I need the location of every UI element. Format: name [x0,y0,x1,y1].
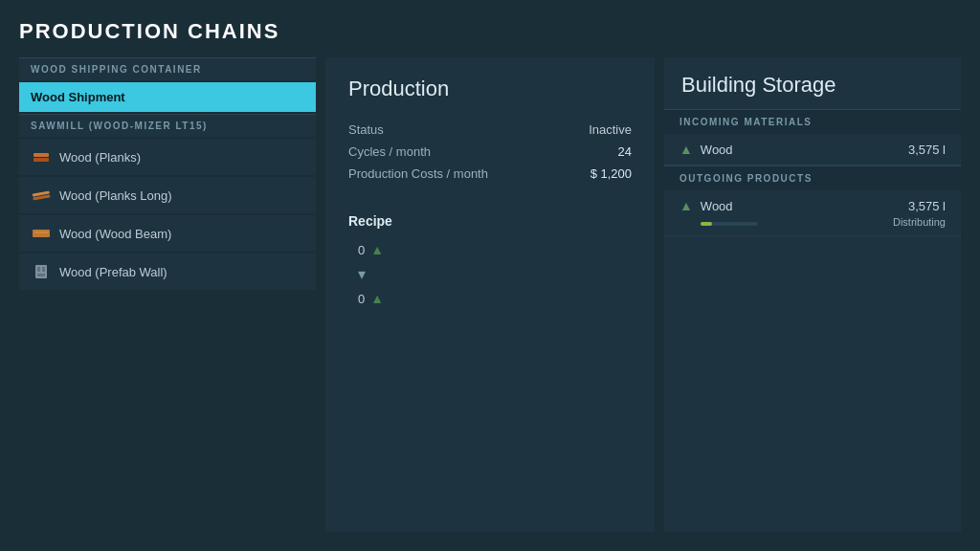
outgoing-wood-status: Distributing [893,216,946,228]
incoming-wood-item: ▲ Wood 3,575 l [664,134,961,165]
recipe-arrow-icon: ▾ [358,263,366,285]
status-value: Inactive [589,122,632,137]
panels-row: WOOD SHIPPING CONTAINER Wood Shipment SA… [19,57,961,532]
item-label-wood-planks-long: Wood (Planks Long) [59,188,172,203]
building-storage-title: Building Storage [664,57,961,110]
recipe-output-value: 0 [358,292,365,306]
recipe-input-row: 0 ▲ [358,242,384,257]
page-title: PRODUCTION CHAINS [19,19,961,44]
list-item-wood-shipment[interactable]: Wood Shipment [19,82,316,112]
prefab-icon [31,261,52,282]
item-label-wood-beam: Wood (Wood Beam) [59,227,171,241]
recipe-title: Recipe [348,213,632,229]
svg-rect-1 [33,158,49,162]
recipe-section: Recipe 0 ▲ ▾ 0 ▲ [348,213,632,306]
item-label-wood-prefab-wall: Wood (Prefab Wall) [59,265,167,279]
outgoing-wood-amount: 3,575 l [908,199,946,213]
info-table: Status Inactive Cycles / month 24 Produc… [348,119,632,185]
cycles-label: Cycles / month [348,144,431,159]
costs-label: Production Costs / month [348,166,488,181]
recipe-output-tree-icon: ▲ [370,291,384,306]
outgoing-wood-item: ▲ Wood 3,575 l Distributing [664,190,961,236]
costs-value: $ 1,200 [590,166,632,181]
status-label: Status [348,122,384,137]
cycles-row: Cycles / month 24 [348,141,632,163]
recipe-input-tree-icon: ▲ [370,242,384,257]
svg-rect-8 [42,267,45,272]
item-label-wood-planks: Wood (Planks) [59,150,141,165]
list-item-wood-prefab-wall[interactable]: Wood (Prefab Wall) [19,253,316,290]
incoming-wood-amount: 3,575 l [908,143,946,157]
recipe-output-row: 0 ▲ [358,291,384,306]
outgoing-products-header: OUTGOING PRODUCTS [664,166,961,190]
incoming-materials-header: INCOMING MATERIALS [664,110,961,134]
incoming-wood-name: Wood [701,143,901,157]
section-header-sawmill: SAWMILL (WOOD-MIZER LT15) [19,114,316,137]
app-container: PRODUCTION CHAINS WOOD SHIPPING CONTAINE… [0,0,980,551]
right-panel: Building Storage INCOMING MATERIALS ▲ Wo… [664,57,961,532]
svg-rect-5 [34,231,48,233]
planks-icon [31,146,52,167]
recipe-items: 0 ▲ ▾ 0 ▲ [348,242,632,306]
list-item-wood-planks-long[interactable]: Wood (Planks Long) [19,177,316,213]
production-title: Production [348,77,632,101]
costs-row: Production Costs / month $ 1,200 [348,163,632,185]
middle-panel: Production Status Inactive Cycles / mont… [325,57,655,532]
beam-icon [31,223,52,244]
list-item-wood-beam[interactable]: Wood (Wood Beam) [19,215,316,252]
svg-rect-7 [37,267,40,272]
incoming-wood-tree-icon: ▲ [679,142,693,157]
outgoing-wood-bottom: Distributing [679,216,946,228]
outgoing-wood-progress-bar-container [701,222,758,226]
outgoing-wood-progress-bar-fill [701,222,712,226]
outgoing-wood-name: Wood [701,199,901,213]
svg-rect-9 [37,274,45,276]
list-item-wood-planks[interactable]: Wood (Planks) [19,139,316,175]
recipe-arrow-row: ▾ [358,263,366,285]
recipe-input-value: 0 [358,243,365,257]
status-row: Status Inactive [348,119,632,141]
outgoing-wood-top: ▲ Wood 3,575 l [679,198,946,213]
outgoing-wood-tree-icon: ▲ [679,198,693,213]
section-header-wood-shipping: WOOD SHIPPING CONTAINER [19,57,316,80]
item-label-wood-shipment: Wood Shipment [31,90,125,104]
planks-long-icon [31,185,52,206]
cycles-value: 24 [618,144,632,159]
left-panel: WOOD SHIPPING CONTAINER Wood Shipment SA… [19,57,316,532]
svg-rect-0 [33,153,49,157]
